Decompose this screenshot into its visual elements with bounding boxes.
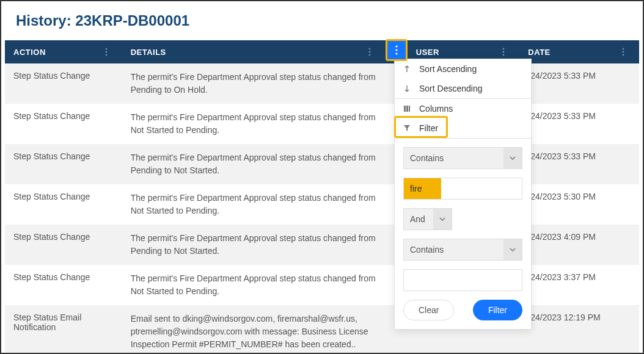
- cell-date: /24/2023 12:19 PM: [519, 312, 639, 322]
- filter-button[interactable]: Filter: [473, 300, 522, 320]
- svg-point-7: [503, 51, 505, 53]
- svg-point-10: [623, 51, 624, 53]
- arrow-up-icon: [403, 65, 415, 73]
- cell-action: Step Status Change: [5, 192, 122, 201]
- cell-details: The permit's Fire Department Approval st…: [122, 272, 386, 298]
- cell-action: Step Status Change: [5, 71, 122, 81]
- chevron-down-icon: [503, 148, 522, 168]
- cell-action: Step Status Change: [5, 111, 122, 121]
- clear-button[interactable]: Clear: [403, 300, 454, 320]
- filter-logic[interactable]: And: [403, 208, 452, 230]
- cell-date: /24/2023 4:09 PM: [519, 232, 639, 242]
- svg-rect-16: [406, 106, 408, 112]
- arrow-down-icon: [403, 85, 415, 92]
- select-value: Contains: [404, 148, 503, 168]
- table-row: Step Status Change The permit's Fire Dep…: [5, 184, 639, 225]
- cell-action: Step Status Change: [5, 232, 122, 242]
- svg-point-6: [503, 48, 505, 50]
- table-row: Step Status Change The permit's Fire Dep…: [5, 225, 639, 265]
- svg-point-14: [395, 52, 397, 54]
- col-details-menu-icon[interactable]: [362, 45, 377, 59]
- table-row: Step Status Change The permit's Fire Dep…: [5, 144, 639, 184]
- columns-icon: [403, 105, 415, 112]
- menu-label: Columns: [419, 104, 453, 114]
- cell-date: /24/2023 3:37 PM: [519, 272, 639, 282]
- chevron-down-icon: [503, 239, 522, 260]
- filter-value-2-input[interactable]: [403, 269, 522, 291]
- svg-rect-17: [409, 106, 410, 112]
- filter-operator-1[interactable]: Contains: [403, 147, 522, 169]
- cell-details: Email sent to dking@windsorgov.com, fire…: [122, 312, 386, 351]
- cell-action: Step Status Change: [5, 272, 122, 282]
- select-value: Contains: [404, 239, 503, 260]
- cell-details: The permit's Fire Department Approval st…: [122, 151, 386, 177]
- col-header-date[interactable]: DATE: [528, 48, 550, 57]
- cell-details: The permit's Fire Department Approval st…: [122, 111, 386, 137]
- menu-filter[interactable]: Filter: [395, 118, 531, 138]
- filter-operator-2[interactable]: Contains: [403, 239, 522, 261]
- svg-point-8: [503, 54, 505, 56]
- svg-point-4: [368, 51, 370, 53]
- menu-sort-descending[interactable]: Sort Descending: [395, 79, 531, 98]
- table-row: Step Status Change The permit's Fire Dep…: [5, 63, 639, 104]
- svg-point-3: [368, 48, 370, 50]
- cell-date: /24/2023 5:30 PM: [519, 192, 639, 201]
- cell-details: The permit's Fire Department Approval st…: [122, 232, 386, 258]
- col-date-menu-icon[interactable]: [616, 45, 631, 59]
- page-title: History: 23KRP-DB00001: [1, 1, 643, 40]
- cell-action: Step Status Email Notification: [5, 312, 122, 332]
- column-dropdown-menu: Sort Ascending Sort Descending Columns F…: [394, 59, 532, 330]
- menu-label: Sort Descending: [419, 84, 483, 93]
- table-row: Step Status Change The permit's Fire Dep…: [5, 104, 639, 144]
- table-row: Step Status Change The permit's Fire Dep…: [5, 265, 639, 305]
- cell-date: /24/2023 5:33 PM: [519, 71, 639, 81]
- col-action-menu-icon[interactable]: [99, 45, 114, 59]
- cell-action: Step Status Change: [5, 151, 122, 161]
- column-menu-active-icon[interactable]: [386, 39, 408, 61]
- svg-point-0: [105, 48, 107, 50]
- cell-date: /24/2023 5:33 PM: [519, 151, 639, 161]
- svg-rect-15: [404, 106, 406, 112]
- svg-point-2: [105, 54, 107, 56]
- filter-value-1-input[interactable]: [403, 178, 522, 200]
- svg-point-13: [395, 49, 397, 51]
- cell-details: The permit's Fire Department Approval st…: [122, 192, 386, 217]
- cell-details: The permit's Fire Department Approval st…: [122, 71, 386, 96]
- chevron-down-icon: [433, 209, 452, 229]
- svg-point-11: [623, 54, 624, 56]
- svg-point-12: [395, 45, 397, 47]
- filter-panel: Contains And Contains Clear Filter: [395, 139, 531, 329]
- menu-label: Sort Ascending: [419, 64, 477, 74]
- cell-date: /24/2023 5:33 PM: [519, 111, 639, 121]
- table-header: ACTION DETAILS USER DATE: [5, 40, 639, 63]
- menu-columns[interactable]: Columns: [395, 99, 531, 118]
- col-user-menu-icon[interactable]: [496, 45, 511, 59]
- svg-point-1: [105, 51, 107, 53]
- menu-sort-ascending[interactable]: Sort Ascending: [395, 59, 531, 79]
- select-value: And: [404, 209, 433, 229]
- col-header-details[interactable]: DETAILS: [131, 48, 166, 57]
- table-body: Step Status Change The permit's Fire Dep…: [5, 63, 639, 354]
- svg-point-5: [368, 54, 370, 56]
- col-header-action[interactable]: ACTION: [13, 48, 46, 57]
- table-row: Step Status Email Notification Email sen…: [5, 305, 639, 354]
- history-table: ACTION DETAILS USER DATE Step Status: [1, 40, 643, 354]
- menu-label: Filter: [419, 123, 438, 133]
- filter-icon: [403, 125, 415, 132]
- svg-point-9: [623, 48, 624, 50]
